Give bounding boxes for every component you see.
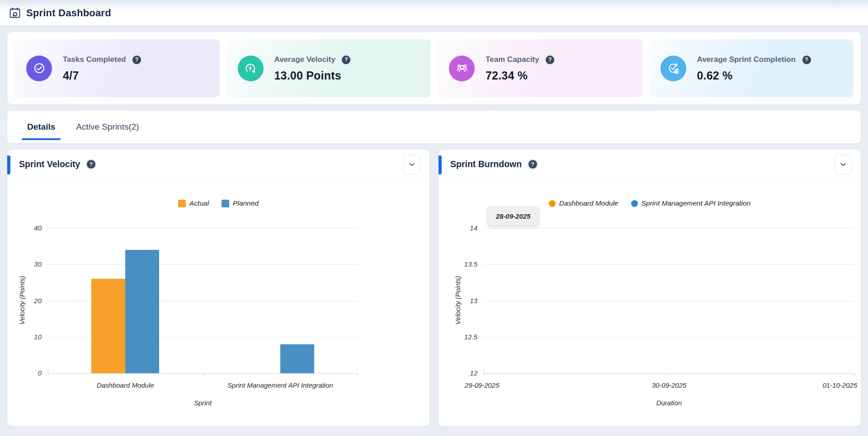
panel-accent-bar bbox=[7, 155, 10, 174]
sprint-velocity-panel: Sprint Velocity ? ActualPlanned010203040… bbox=[7, 150, 429, 426]
stats-summary: Tasks Completed ? 4/7 Average Velocity ?… bbox=[7, 32, 861, 104]
grid-line bbox=[484, 264, 854, 265]
sprint-burndown-chart: Dashboard ModuleSprint Management API In… bbox=[439, 179, 861, 426]
collapse-panel-button[interactable] bbox=[835, 155, 852, 174]
tab-active-sprints[interactable]: Active Sprints(2) bbox=[69, 111, 146, 143]
legend-item-planned[interactable]: Planned bbox=[222, 199, 259, 207]
axis-tick bbox=[203, 373, 203, 376]
stat-card-tasks-completed: Tasks Completed ? 4/7 bbox=[14, 39, 220, 97]
legend-marker bbox=[178, 200, 186, 207]
axis-tick bbox=[854, 373, 855, 376]
team-icon bbox=[449, 56, 475, 81]
panel-title: Sprint Velocity bbox=[19, 159, 80, 169]
y-tick-label: 12 bbox=[439, 369, 477, 377]
stat-value: 13.00 Points bbox=[274, 69, 352, 82]
x-tick-label: 01-10-2025 bbox=[822, 381, 857, 389]
bar-planned-sprint-management-api-integration[interactable] bbox=[280, 344, 314, 373]
sprint-burndown-panel: Sprint Burndown ? Dashboard ModuleSprint… bbox=[439, 150, 861, 426]
legend-marker bbox=[222, 200, 229, 207]
x-tick-label: Dashboard Module bbox=[97, 381, 154, 389]
x-axis-title: Sprint bbox=[194, 399, 212, 407]
grid-line bbox=[48, 228, 358, 229]
sprint-velocity-chart: ActualPlanned010203040Dashboard ModuleSp… bbox=[7, 179, 429, 426]
tab-details[interactable]: Details bbox=[20, 111, 62, 143]
help-icon[interactable]: ? bbox=[85, 159, 96, 170]
chevron-down-icon bbox=[838, 159, 848, 169]
panel-title: Sprint Burndown bbox=[450, 159, 522, 169]
stat-value: 4/7 bbox=[63, 69, 142, 82]
stat-label: Team Capacity bbox=[486, 55, 539, 64]
grid-line bbox=[484, 337, 854, 338]
y-tick-label: 14 bbox=[439, 224, 477, 232]
sprint-calendar-icon bbox=[9, 7, 21, 19]
legend-marker bbox=[549, 200, 556, 207]
legend-item-actual[interactable]: Actual bbox=[178, 199, 209, 207]
axis-tick bbox=[669, 373, 670, 376]
chevron-down-icon bbox=[407, 159, 417, 169]
check-circle-icon bbox=[26, 56, 52, 81]
grid-line bbox=[484, 228, 854, 229]
legend-label: Actual bbox=[189, 199, 209, 207]
legend-item-sprint-management-api-integration[interactable]: Sprint Management API Integration bbox=[631, 199, 751, 207]
x-tick-label: 30-09-2025 bbox=[652, 381, 687, 389]
x-tick-label: Sprint Management API Integration bbox=[227, 381, 333, 389]
bar-planned-dashboard-module[interactable] bbox=[125, 250, 159, 373]
legend-marker bbox=[631, 200, 638, 207]
legend-label: Planned bbox=[233, 199, 259, 207]
grid-line bbox=[484, 301, 854, 301]
stat-value: 72.34 % bbox=[486, 69, 556, 82]
x-tick-label: 29-09-2025 bbox=[465, 381, 500, 389]
stat-label: Tasks Completed bbox=[63, 55, 126, 64]
velocity-gauge-icon bbox=[238, 56, 264, 81]
collapse-panel-button[interactable] bbox=[403, 155, 420, 174]
stat-label: Average Velocity bbox=[274, 55, 335, 64]
help-icon[interactable]: ? bbox=[341, 54, 352, 65]
stat-card-average-velocity: Average Velocity ? 13.00 Points bbox=[226, 39, 431, 97]
page-title: Sprint Dashboard bbox=[26, 7, 111, 19]
y-axis-title: Velocity (Points) bbox=[18, 250, 26, 350]
stat-value: 0.62 % bbox=[697, 69, 812, 82]
y-tick-label: 0 bbox=[7, 369, 42, 377]
charts-row: Sprint Velocity ? ActualPlanned010203040… bbox=[7, 150, 861, 426]
chart-tooltip: 28-09-2025 bbox=[487, 206, 539, 226]
grid-line bbox=[48, 264, 358, 265]
legend-item-dashboard-module[interactable]: Dashboard Module bbox=[549, 199, 618, 207]
legend-label: Sprint Management API Integration bbox=[642, 199, 751, 207]
sprint-refresh-check-icon bbox=[660, 56, 686, 81]
help-icon[interactable]: ? bbox=[801, 54, 812, 65]
axis-tick bbox=[48, 370, 48, 373]
chart-legend: ActualPlanned bbox=[7, 199, 429, 207]
axis-tick bbox=[48, 373, 48, 376]
tab-bar: Details Active Sprints(2) bbox=[7, 111, 861, 143]
help-icon[interactable]: ? bbox=[527, 159, 538, 170]
panel-accent-bar bbox=[439, 155, 442, 174]
bar-actual-dashboard-module[interactable] bbox=[91, 279, 125, 373]
axis-tick bbox=[484, 370, 484, 373]
app-header: Sprint Dashboard bbox=[0, 0, 868, 26]
y-axis-title: Velocity (Points) bbox=[454, 250, 462, 350]
stat-label: Average Sprint Completion bbox=[697, 55, 796, 64]
help-icon[interactable]: ? bbox=[545, 54, 556, 65]
y-tick-label: 40 bbox=[7, 224, 42, 232]
stat-card-average-sprint-completion: Average Sprint Completion ? 0.62 % bbox=[649, 39, 854, 97]
help-icon[interactable]: ? bbox=[132, 54, 142, 65]
x-axis-title: Duration bbox=[656, 399, 682, 407]
axis-tick bbox=[358, 373, 358, 376]
legend-label: Dashboard Module bbox=[559, 199, 618, 207]
stat-card-team-capacity: Team Capacity ? 72.34 % bbox=[437, 39, 642, 97]
axis-tick bbox=[484, 373, 484, 376]
